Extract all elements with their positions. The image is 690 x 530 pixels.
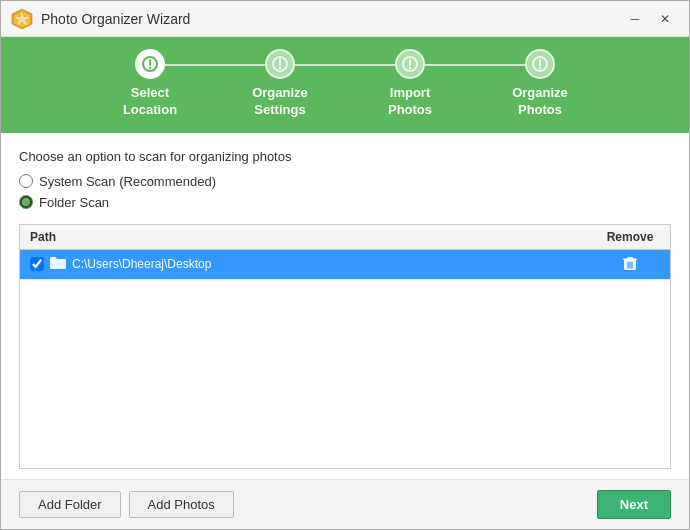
system-scan-radio[interactable] <box>19 174 33 188</box>
wizard-steps: SelectLocation OrganizeSettings <box>1 49 689 119</box>
step-select-location[interactable]: SelectLocation <box>85 49 215 119</box>
delete-row-button[interactable] <box>600 255 660 274</box>
radio-group: System Scan (Recommended) Folder Scan <box>19 174 671 210</box>
window-title: Photo Organizer Wizard <box>41 11 621 27</box>
close-button[interactable]: ✕ <box>651 8 679 30</box>
wizard-header: SelectLocation OrganizeSettings <box>1 37 689 133</box>
table-body: C:\Users\Dheeraj\Desktop <box>20 250 670 468</box>
next-button[interactable]: Next <box>597 490 671 519</box>
title-bar: Photo Organizer Wizard ─ ✕ <box>1 1 689 37</box>
add-folder-button[interactable]: Add Folder <box>19 491 121 518</box>
step-2-label: OrganizeSettings <box>252 85 308 119</box>
step-line-3 <box>425 64 525 66</box>
minimize-button[interactable]: ─ <box>621 8 649 30</box>
folder-svg-icon <box>50 256 66 270</box>
step-4-icon <box>532 56 548 72</box>
svg-point-9 <box>279 67 281 69</box>
step-4-circle <box>525 49 555 79</box>
add-photos-button[interactable]: Add Photos <box>129 491 234 518</box>
step-4-label: OrganizePhotos <box>512 85 568 119</box>
svg-point-6 <box>149 67 151 69</box>
window-controls: ─ ✕ <box>621 8 679 30</box>
table-row[interactable]: C:\Users\Dheeraj\Desktop <box>20 250 670 280</box>
col-remove-header: Remove <box>600 230 660 244</box>
trash-icon <box>623 255 637 271</box>
system-scan-label: System Scan (Recommended) <box>39 174 216 189</box>
step-3-circle <box>395 49 425 79</box>
svg-point-15 <box>539 67 541 69</box>
app-window: Photo Organizer Wizard ─ ✕ SelectLocatio… <box>0 0 690 530</box>
app-logo-icon <box>11 8 33 30</box>
folder-scan-radio[interactable] <box>19 195 33 209</box>
main-content: Choose an option to scan for organizing … <box>1 133 689 479</box>
row-path-text: C:\Users\Dheeraj\Desktop <box>72 257 600 271</box>
step-2-icon <box>272 56 288 72</box>
step-3-icon <box>402 56 418 72</box>
col-path-header: Path <box>30 230 600 244</box>
step-1-icon <box>142 56 158 72</box>
step-1-circle <box>135 49 165 79</box>
step-organize-photos[interactable]: OrganizePhotos <box>475 49 605 119</box>
step-1-label: SelectLocation <box>123 85 177 119</box>
step-line-2 <box>295 64 395 66</box>
section-title: Choose an option to scan for organizing … <box>19 149 671 164</box>
footer: Add Folder Add Photos Next <box>1 479 689 529</box>
svg-rect-18 <box>623 258 637 260</box>
row-checkbox[interactable] <box>30 257 44 271</box>
footer-left-buttons: Add Folder Add Photos <box>19 491 597 518</box>
step-import-photos[interactable]: ImportPhotos <box>345 49 475 119</box>
step-2-circle <box>265 49 295 79</box>
folder-scan-option[interactable]: Folder Scan <box>19 195 671 210</box>
folder-icon <box>50 256 66 273</box>
folder-table: Path Remove C:\Users\Dheeraj\Desktop <box>19 224 671 469</box>
svg-point-12 <box>409 67 411 69</box>
table-header: Path Remove <box>20 225 670 250</box>
step-line-1 <box>165 64 265 66</box>
system-scan-option[interactable]: System Scan (Recommended) <box>19 174 671 189</box>
step-organize-settings[interactable]: OrganizeSettings <box>215 49 345 119</box>
step-3-label: ImportPhotos <box>388 85 432 119</box>
folder-scan-label: Folder Scan <box>39 195 109 210</box>
